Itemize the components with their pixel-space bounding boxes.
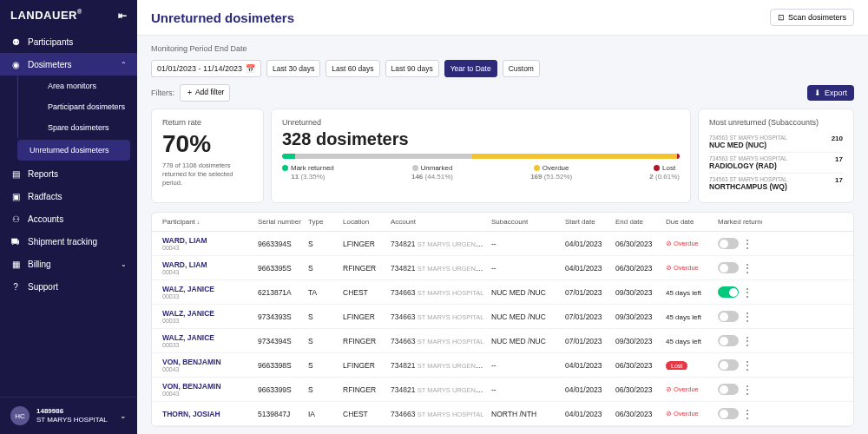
page-title: Unreturned dosimeters xyxy=(151,10,294,25)
preset-last-90-days[interactable]: Last 90 days xyxy=(385,60,439,77)
user-info: 1489986 ST MARYS HOSPITAL xyxy=(36,407,113,425)
sidebar-subitem-spare-dosimeters[interactable]: Spare dosimeters xyxy=(17,117,137,138)
preset-last-60-days[interactable]: Last 60 days xyxy=(326,60,379,77)
col-due[interactable]: Due date xyxy=(662,218,714,226)
sidebar-subitem-unreturned-dosimeters[interactable]: Unreturned dosimeters xyxy=(17,140,130,161)
preset-year-to-date[interactable]: Year to Date xyxy=(444,60,497,77)
status-bar xyxy=(282,154,680,159)
row-menu-icon[interactable]: ⋮ xyxy=(742,336,753,346)
user-box[interactable]: HC 1489986 ST MARYS HOSPITAL ⌄ xyxy=(0,397,137,434)
sidebar-item-dosimeters[interactable]: ◉Dosimeters⌃ xyxy=(0,53,137,76)
alert-icon: ⊘ xyxy=(666,240,672,247)
sidebar-item-accounts[interactable]: ⚇Accounts xyxy=(0,207,137,230)
brand-logo: LANDAUER® ⇤ xyxy=(0,0,137,30)
radfacts-icon: ▣ xyxy=(10,191,21,201)
header: Unreturned dosimeters ⊡ Scan dosimeters xyxy=(137,0,868,36)
download-icon: ⬇ xyxy=(814,89,821,97)
chevron-down-icon: ⌄ xyxy=(121,260,127,268)
col-serial[interactable]: Serial number xyxy=(254,218,305,226)
accounts-icon: ⚇ xyxy=(10,214,21,224)
col-participant[interactable]: Participant↓ xyxy=(159,218,254,226)
sidebar-item-radfacts[interactable]: ▣Radfacts xyxy=(0,185,137,207)
alert-icon: ⊘ xyxy=(666,410,672,418)
dosimeter-table: Participant↓ Serial number Type Location… xyxy=(151,212,854,427)
card-most-unreturned: Most unreturned (Subaccounts) 734563 ST … xyxy=(698,108,854,203)
preset-last-30-days[interactable]: Last 30 days xyxy=(266,60,320,77)
participant-link[interactable]: VON, BENJAMIN xyxy=(162,382,251,391)
participant-link[interactable]: WARD, LIAM xyxy=(162,236,251,245)
col-type[interactable]: Type xyxy=(305,218,339,226)
participant-link[interactable]: VON, BENJAMIN xyxy=(162,358,251,366)
bar-segment-mark-returned xyxy=(282,154,295,159)
bar-segment-overdue xyxy=(472,154,677,159)
row-menu-icon[interactable]: ⋮ xyxy=(742,409,753,419)
report-icon: ▤ xyxy=(10,168,21,179)
chevron-down-icon[interactable]: ⌄ xyxy=(120,411,127,420)
overdue-badge: ⊘Overdue xyxy=(666,240,711,247)
col-account[interactable]: Account xyxy=(387,218,488,226)
add-filter-button[interactable]: ＋ Add filter xyxy=(180,84,230,102)
scan-dosimeters-button[interactable]: ⊡ Scan dosimeters xyxy=(770,9,854,26)
calendar-icon: 📅 xyxy=(246,64,255,73)
period-label: Monitoring Period End Date xyxy=(151,44,247,53)
sidebar-item-billing[interactable]: ▦Billing⌄ xyxy=(0,253,137,275)
row-menu-icon[interactable]: ⋮ xyxy=(742,360,753,371)
legend-item: Mark returned11 (3.35%) xyxy=(282,164,334,181)
row-menu-icon[interactable]: ⋮ xyxy=(742,312,753,322)
users-icon: ⚉ xyxy=(10,36,21,47)
sidebar: LANDAUER® ⇤ ⚉Participants◉Dosimeters⌃Are… xyxy=(0,0,137,434)
participant-link[interactable]: WALZ, JANICE xyxy=(162,285,251,293)
legend-item: Lost2 (0.61%) xyxy=(649,164,680,181)
overdue-badge: ⊘Overdue xyxy=(666,410,711,418)
participant-link[interactable]: THORN, JOSIAH xyxy=(162,410,251,418)
scan-icon: ⊡ xyxy=(778,13,785,22)
sidebar-item-shipment-tracking[interactable]: ⛟Shipment tracking xyxy=(0,230,137,253)
main: Unreturned dosimeters ⊡ Scan dosimeters … xyxy=(137,0,868,434)
col-end[interactable]: End date xyxy=(612,218,662,226)
alert-icon: ⊘ xyxy=(666,385,672,393)
most-item[interactable]: 734563 ST MARYS HOSPITALRADIOLOGY (RAD)1… xyxy=(709,153,843,174)
table-row: VON, BENJAMIN000439663399SSRFINGER734821… xyxy=(152,378,853,402)
marked-toggle[interactable] xyxy=(718,238,739,249)
bar-segment-lost xyxy=(677,154,680,159)
legend: Mark returned11 (3.35%)Unmarked146 (44.5… xyxy=(282,164,680,181)
marked-toggle[interactable] xyxy=(718,384,739,395)
preset-custom[interactable]: Custom xyxy=(503,60,540,77)
table-row: WARD, LIAM000439663394SSLFINGER734821 ST… xyxy=(152,232,853,256)
marked-toggle[interactable] xyxy=(718,408,739,419)
sidebar-item-reports[interactable]: ▤Reports xyxy=(0,162,137,185)
legend-item: Overdue169 (51.52%) xyxy=(530,164,572,181)
export-button[interactable]: ⬇ Export xyxy=(807,85,854,101)
col-subaccount[interactable]: Subaccount xyxy=(488,218,562,226)
date-range-input[interactable]: 01/01/2023 - 11/14/2023 📅 xyxy=(151,60,261,77)
row-menu-icon[interactable]: ⋮ xyxy=(742,239,753,249)
row-menu-icon[interactable]: ⋮ xyxy=(742,263,753,273)
most-item[interactable]: 734563 ST MARYS HOSPITALNORTHCAMPUS (WQ)… xyxy=(709,174,843,194)
row-menu-icon[interactable]: ⋮ xyxy=(742,385,753,395)
cards: Return rate 70% 778 of 1106 dosimeters r… xyxy=(151,108,854,203)
participant-link[interactable]: WARD, LIAM xyxy=(162,260,251,269)
col-start[interactable]: Start date xyxy=(562,218,612,226)
marked-toggle[interactable] xyxy=(718,335,739,346)
period-presets: 01/01/2023 - 11/14/2023 📅 Last 30 daysLa… xyxy=(151,60,854,77)
col-marked[interactable]: Marked returned xyxy=(714,218,762,226)
participant-link[interactable]: WALZ, JANICE xyxy=(162,333,251,342)
dosimeter-icon: ◉ xyxy=(10,59,21,69)
sidebar-item-participants[interactable]: ⚉Participants xyxy=(0,30,137,53)
marked-toggle[interactable] xyxy=(718,311,739,322)
sidebar-subitem-participant-dosimeters[interactable]: Participant dosimeters xyxy=(17,96,137,117)
marked-toggle[interactable] xyxy=(718,262,739,273)
marked-toggle[interactable] xyxy=(718,286,739,298)
marked-toggle[interactable] xyxy=(718,359,739,371)
participant-link[interactable]: WALZ, JANICE xyxy=(162,309,251,318)
period-bar: Monitoring Period End Date xyxy=(151,44,854,53)
overdue-badge: ⊘Overdue xyxy=(666,385,711,393)
most-item[interactable]: 734563 ST MARYS HOSPITALNUC MED (NUC)210 xyxy=(709,132,843,153)
col-location[interactable]: Location xyxy=(339,218,387,226)
sidebar-subitem-area-monitors[interactable]: Area monitors xyxy=(17,76,137,96)
collapse-sidebar-icon[interactable]: ⇤ xyxy=(118,10,128,22)
row-menu-icon[interactable]: ⋮ xyxy=(742,287,753,298)
unreturned-count: 328 dosimeters xyxy=(282,129,680,149)
table-row: WALZ, JANICE000339734394SSRFINGER734663 … xyxy=(152,329,853,353)
sidebar-item-support[interactable]: ?Support xyxy=(0,275,137,298)
